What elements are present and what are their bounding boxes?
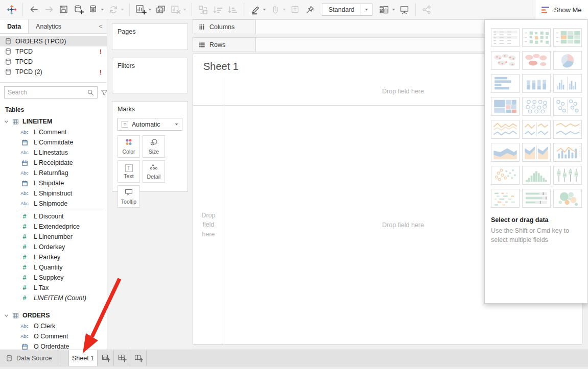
search-input[interactable]	[8, 89, 87, 96]
field-item[interactable]: #LINEITEM (Count)	[0, 293, 107, 303]
field-item[interactable]: AbcO Clerk	[0, 321, 107, 331]
redo-icon[interactable]	[42, 3, 55, 17]
field-item[interactable]: #L Extendedprice	[0, 222, 107, 232]
size-mark-button[interactable]: Size	[143, 135, 165, 158]
field-item[interactable]: AbcL Shipinstruct	[0, 188, 107, 199]
showme-dual-combination-thumbnail[interactable]	[553, 143, 582, 162]
new-worksheet-icon[interactable]	[134, 3, 147, 17]
tab-data[interactable]: Data	[0, 19, 29, 33]
field-item[interactable]: AbcL Shipmode	[0, 199, 107, 209]
save-icon[interactable]	[57, 3, 70, 17]
field-item[interactable]: O Orderdate	[0, 341, 107, 350]
field-item[interactable]: #L Quantity	[0, 262, 107, 273]
showme-continuous-area-thumbnail[interactable]	[491, 143, 520, 162]
field-item[interactable]: AbcL Linestatus	[0, 147, 107, 158]
mark-type-dropdown[interactable]: T Automatic	[117, 118, 182, 131]
new-dashboard-button[interactable]	[114, 350, 130, 366]
pause-auto-updates-icon[interactable]	[87, 3, 100, 17]
sort-descending-icon[interactable]	[226, 3, 239, 17]
pause-auto-updates-caret-icon[interactable]	[101, 8, 104, 11]
showme-text-table-thumbnail[interactable]	[491, 28, 520, 47]
duplicate-sheet-icon[interactable]	[154, 3, 167, 17]
pages-shelf[interactable]: Pages	[112, 23, 188, 50]
highlight-icon[interactable]	[249, 3, 262, 17]
text-mark-button[interactable]: TText	[117, 160, 140, 183]
new-worksheet-caret-icon[interactable]	[148, 8, 152, 11]
datasource-item[interactable]: TPCD!	[0, 46, 107, 57]
showme-heat-map-thumbnail[interactable]	[522, 28, 551, 47]
table-header-orders[interactable]: ORDERS	[0, 310, 107, 321]
tab-analytics[interactable]: Analytics	[29, 19, 95, 33]
field-item[interactable]: AbcO Comment	[0, 331, 107, 341]
rows-drop-zone[interactable]: Drop field here	[193, 106, 224, 344]
show-hide-cards-icon[interactable]	[378, 3, 391, 17]
field-item[interactable]: #L Suppkey	[0, 273, 107, 283]
view-size-dropdown[interactable]: Standard	[322, 4, 372, 16]
showme-filled-map-thumbnail[interactable]	[522, 51, 551, 70]
showme-pie-chart-thumbnail[interactable]	[553, 51, 582, 70]
showme-gantt-thumbnail[interactable]	[491, 189, 520, 208]
field-item[interactable]: L Commitdate	[0, 137, 107, 147]
showme-side-by-side-circles-thumbnail[interactable]	[553, 97, 582, 116]
showme-symbol-map-thumbnail[interactable]	[491, 51, 520, 70]
highlight-caret-icon[interactable]	[263, 8, 266, 11]
showme-scatter-plot-thumbnail[interactable]	[491, 166, 520, 185]
group-members-icon[interactable]	[269, 3, 281, 17]
showme-dual-lines-thumbnail[interactable]	[553, 120, 582, 139]
color-mark-button[interactable]: Color	[117, 135, 140, 158]
new-story-button[interactable]	[130, 350, 147, 366]
datasource-item[interactable]: ORDERS (TPCD)	[0, 36, 107, 46]
field-item[interactable]: #L Linenumber	[0, 232, 107, 242]
field-item[interactable]: #L Discount	[0, 211, 107, 222]
collapse-pane-button[interactable]: <	[95, 19, 107, 33]
clear-sheet-icon[interactable]	[169, 3, 182, 17]
showme-stacked-bars-thumbnail[interactable]	[522, 74, 551, 93]
swap-rows-columns-icon[interactable]	[197, 3, 209, 17]
showme-packed-bubbles-thumbnail[interactable]	[553, 189, 582, 208]
field-item[interactable]: L Receiptdate	[0, 158, 107, 168]
run-update-icon[interactable]	[107, 3, 120, 17]
showme-bullet-graph-thumbnail[interactable]	[522, 189, 551, 208]
tableau-logo-icon[interactable]	[5, 3, 18, 17]
filter-fields-icon[interactable]	[100, 89, 107, 96]
showme-discrete-lines-thumbnail[interactable]	[522, 120, 551, 139]
showme-continuous-lines-thumbnail[interactable]	[491, 120, 520, 139]
field-item[interactable]: #L Partkey	[0, 252, 107, 262]
share-icon[interactable]	[420, 3, 433, 17]
presentation-mode-icon[interactable]	[398, 3, 411, 17]
field-item[interactable]: AbcL Comment	[0, 127, 107, 137]
sort-ascending-icon[interactable]	[211, 3, 224, 17]
search-input-wrapper[interactable]	[4, 86, 98, 99]
show-hide-cards-caret-icon[interactable]	[392, 8, 395, 11]
group-members-caret-icon[interactable]	[283, 8, 286, 11]
new-datasource-icon[interactable]	[72, 3, 85, 17]
showme-treemap-thumbnail[interactable]	[491, 97, 520, 116]
clear-sheet-caret-icon[interactable]	[183, 8, 186, 11]
datasource-icon	[5, 58, 11, 65]
table-header-lineitem[interactable]: LINEITEM	[0, 116, 107, 127]
showme-horizontal-bars-thumbnail[interactable]	[491, 74, 520, 93]
showme-histogram-thumbnail[interactable]	[522, 166, 551, 185]
field-item[interactable]: AbcL Returnflag	[0, 168, 107, 178]
undo-icon[interactable]	[28, 3, 40, 17]
filters-shelf[interactable]: Filters	[112, 58, 188, 93]
show-mark-labels-icon[interactable]	[289, 3, 301, 17]
showme-discrete-area-thumbnail[interactable]	[522, 143, 551, 162]
field-item[interactable]: #L Tax	[0, 283, 107, 293]
datasource-item[interactable]: TPCD (2)!	[0, 67, 107, 77]
tab-data-source[interactable]: Data Source	[0, 350, 60, 366]
showme-highlight-table-thumbnail[interactable]	[553, 28, 582, 47]
tab-sheet-1[interactable]: Sheet 1	[68, 350, 98, 366]
field-item[interactable]: L Shipdate	[0, 178, 107, 188]
fix-axes-icon[interactable]	[303, 3, 316, 17]
detail-mark-button[interactable]: Detail	[143, 160, 165, 183]
showme-box-and-whisker-thumbnail[interactable]	[553, 166, 582, 185]
field-item[interactable]: #L Orderkey	[0, 242, 107, 252]
showme-side-by-side-bars-thumbnail[interactable]	[553, 74, 582, 93]
showme-circle-views-thumbnail[interactable]	[522, 97, 551, 116]
datasource-item[interactable]: TPCD	[0, 57, 107, 67]
tooltip-mark-button[interactable]: Tooltip	[117, 185, 140, 208]
new-worksheet-button[interactable]	[98, 350, 114, 366]
run-update-caret-icon[interactable]	[121, 8, 124, 11]
show-me-button[interactable]: Show Me	[535, 0, 588, 19]
